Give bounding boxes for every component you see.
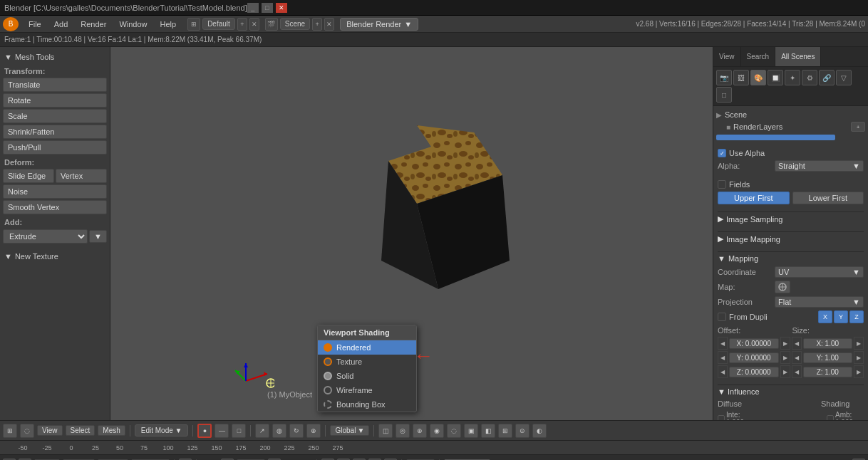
bt-icon-9[interactable]: ◧ [481, 424, 495, 438]
rs-render-icon[interactable]: 🖼 [733, 70, 749, 85]
bt-proportional-icon[interactable]: ◎ [396, 424, 410, 438]
rs-alpha-dropdown[interactable]: Straight ▼ [775, 160, 864, 172]
rs-x-offset-val[interactable]: X: 0.00000 [729, 338, 779, 349]
layout-plus[interactable]: + [237, 18, 247, 31]
rs-y-size-val[interactable]: Y: 1.00 [803, 352, 853, 363]
bt-edit-mode-btn[interactable]: Edit Mode ▼ [135, 424, 189, 437]
rs-z-size-left[interactable]: ◀ [792, 365, 802, 378]
bt-icon-6[interactable]: ◉ [430, 424, 444, 438]
rs-z-size-val[interactable]: Z: 1.00 [803, 367, 853, 377]
smooth-vertex-button[interactable]: Smooth Vertex [3, 200, 107, 214]
new-texture-header[interactable]: ▼ New Texture [3, 249, 107, 263]
layout-minus[interactable]: ✕ [249, 18, 259, 31]
scene-dropdown[interactable]: Scene [280, 18, 310, 30]
ctx-bounding[interactable]: Bounding Box [318, 397, 416, 412]
rs-inte-check[interactable] [718, 415, 725, 420]
rs-y-offset-left[interactable]: ◀ [718, 351, 728, 364]
ctx-texture[interactable]: Texture [318, 355, 416, 369]
bt-icon-3[interactable]: ↻ [289, 424, 304, 438]
rs-scene-item[interactable]: ▶ Scene [716, 109, 865, 120]
extrude-dropdown[interactable]: Extrude [3, 229, 88, 244]
rs-material-icon[interactable]: 🎨 [750, 70, 766, 85]
rs-render-layers-btn[interactable]: + [851, 122, 865, 132]
rs-image-mapping-title[interactable]: ▶ Image Mapping [718, 231, 864, 246]
bt-icon-8[interactable]: ▣ [464, 424, 478, 438]
bt-edge-select[interactable]: — [215, 424, 229, 438]
ctx-solid[interactable]: Solid [318, 369, 416, 383]
rs-view-tab[interactable]: View [713, 47, 741, 66]
rs-upper-first-btn[interactable]: Upper First [718, 192, 790, 204]
menu-window[interactable]: Window [113, 19, 153, 30]
rs-map-icon-btn[interactable] [775, 281, 790, 293]
rs-x-size-left[interactable]: ◀ [792, 337, 802, 350]
mesh-tools-header[interactable]: ▼ Mesh Tools [3, 50, 107, 64]
bt-icon-11[interactable]: ⊝ [515, 424, 529, 438]
scale-button[interactable]: Scale [3, 109, 107, 123]
viewport[interactable]: (1) MyObject Viewport Shading Rendered T… [110, 47, 713, 420]
rs-amb-check[interactable] [827, 415, 834, 420]
translate-button[interactable]: Translate [3, 78, 107, 92]
bt-view-btn[interactable]: View [37, 425, 63, 436]
bt-mesh-btn[interactable]: Mesh [98, 425, 125, 436]
rs-x-offset-right[interactable]: ▶ [780, 337, 790, 350]
menu-render[interactable]: Render [75, 19, 112, 30]
rs-z-size-right[interactable]: ▶ [854, 365, 864, 378]
bt-icon-7[interactable]: ◌ [447, 424, 461, 438]
push-pull-button[interactable]: Push/Pull [3, 140, 107, 155]
bt-icon-12[interactable]: ◐ [532, 424, 547, 438]
slide-edge-button[interactable]: Slide Edge [3, 169, 54, 183]
menu-help[interactable]: Help [155, 19, 182, 30]
rs-lower-first-btn[interactable]: Lower First [792, 192, 864, 204]
rotate-button[interactable]: Rotate [3, 93, 107, 108]
blender-logo[interactable]: B [3, 17, 19, 31]
rs-influence-title[interactable]: ▼ Influence [718, 385, 864, 398]
rs-use-alpha-checkbox[interactable]: ✓ Use Alpha [718, 149, 765, 157]
rs-particle-icon[interactable]: ✦ [785, 70, 800, 85]
bt-face-select[interactable]: □ [232, 424, 246, 438]
rs-data-icon[interactable]: ▽ [836, 70, 852, 85]
rs-projection-dropdown[interactable]: Flat ▼ [775, 296, 864, 308]
rs-render-layers-item[interactable]: ■ RenderLayers + [716, 120, 865, 133]
ctx-rendered[interactable]: Rendered [318, 340, 416, 355]
shrink-fatten-button[interactable]: Shrink/Fatten [3, 125, 107, 139]
rs-z-offset-left[interactable]: ◀ [718, 365, 728, 378]
layout-grid-icon[interactable]: ⊞ [187, 18, 200, 31]
bt-global-dropdown[interactable]: Global ▼ [330, 425, 369, 436]
rs-y-size-left[interactable]: ◀ [792, 351, 802, 364]
rs-z-btn[interactable]: Z [849, 310, 864, 323]
close-button[interactable]: ✕ [276, 3, 287, 13]
minimize-button[interactable]: _ [247, 3, 259, 13]
bt-icon-4[interactable]: ⊕ [306, 424, 321, 438]
scene-minus[interactable]: ✕ [324, 18, 334, 31]
rs-coordinate-dropdown[interactable]: UV ▼ [775, 266, 864, 278]
bt-icon-2[interactable]: ◍ [272, 424, 286, 438]
rs-camera-icon[interactable]: 📷 [716, 70, 732, 85]
rs-fields-checkbox[interactable]: Fields [718, 180, 750, 189]
extrude-icon[interactable]: ▼ [89, 230, 107, 243]
bt-vertex-select[interactable]: ● [197, 424, 212, 438]
bt-icon-1[interactable]: ↗ [255, 424, 269, 438]
rs-y-size-right[interactable]: ▶ [854, 351, 864, 364]
scene-plus[interactable]: + [312, 18, 322, 31]
layout-dropdown[interactable]: Default [202, 18, 235, 30]
rs-x-size-right[interactable]: ▶ [854, 337, 864, 350]
vertex-button[interactable]: Vertex [56, 169, 107, 183]
rs-constraint-icon[interactable]: 🔗 [819, 70, 835, 85]
rs-y-btn[interactable]: Y [834, 310, 848, 323]
bt-icon-10[interactable]: ⊞ [498, 424, 512, 438]
rs-obj-icon[interactable]: □ [716, 87, 732, 103]
rs-z-offset-val[interactable]: Z: 0.00000 [729, 367, 779, 377]
bt-view-btn-icon[interactable]: ⊞ [3, 424, 17, 438]
bt-select-btn[interactable]: Select [66, 425, 95, 436]
rs-physics-icon[interactable]: ⚙ [802, 70, 817, 85]
rs-y-offset-val[interactable]: Y: 0.00000 [729, 352, 779, 363]
rs-x-btn[interactable]: X [818, 310, 832, 323]
rs-x-size-val[interactable]: X: 1.00 [803, 338, 853, 349]
menu-file[interactable]: File [23, 19, 47, 30]
rs-mapping-title[interactable]: ▼ Mapping [718, 251, 864, 265]
noise-button[interactable]: Noise [3, 184, 107, 199]
bt-icon-5[interactable]: ⊕ [413, 424, 427, 438]
bt-snap-icon[interactable]: ◫ [378, 424, 393, 438]
rs-y-offset-right[interactable]: ▶ [780, 351, 790, 364]
rs-texture-icon[interactable]: 🔲 [768, 70, 783, 85]
